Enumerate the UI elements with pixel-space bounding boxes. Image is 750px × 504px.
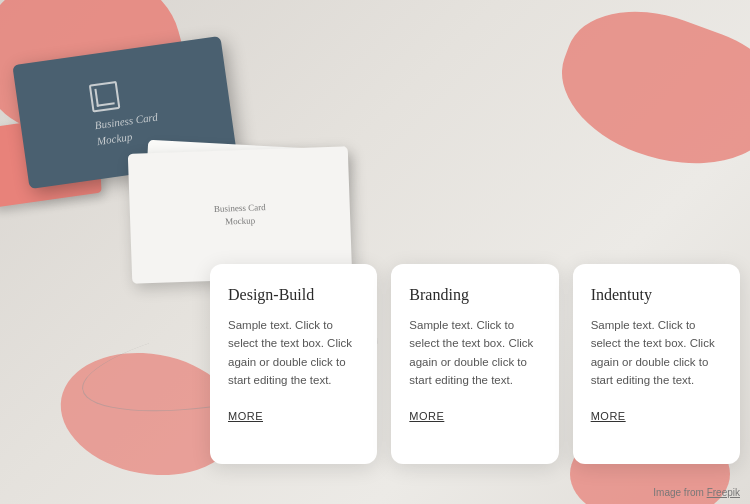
attribution: Image from Freepik [653, 487, 740, 498]
business-card-logo [89, 81, 121, 113]
info-cards-section: Design-Build Sample text. Click to selec… [210, 264, 740, 464]
attribution-label: Image from [653, 487, 704, 498]
card-branding-body: Sample text. Click to select the text bo… [409, 316, 540, 390]
business-card-white-front-text: Business CardMockup [214, 201, 267, 230]
card-design-build-body: Sample text. Click to select the text bo… [228, 316, 359, 390]
attribution-link[interactable]: Freepik [707, 487, 740, 498]
card-branding-title: Branding [409, 286, 540, 304]
card-design-build-title: Design-Build [228, 286, 359, 304]
card-branding: Branding Sample text. Click to select th… [391, 264, 558, 464]
card-indentuty-title: Indentuty [591, 286, 722, 304]
card-branding-more[interactable]: MORE [409, 410, 444, 422]
card-indentuty: Indentuty Sample text. Click to select t… [573, 264, 740, 464]
card-indentuty-more[interactable]: MORE [591, 410, 626, 422]
card-indentuty-body: Sample text. Click to select the text bo… [591, 316, 722, 390]
card-design-build: Design-Build Sample text. Click to selec… [210, 264, 377, 464]
card-design-build-more[interactable]: MORE [228, 410, 263, 422]
